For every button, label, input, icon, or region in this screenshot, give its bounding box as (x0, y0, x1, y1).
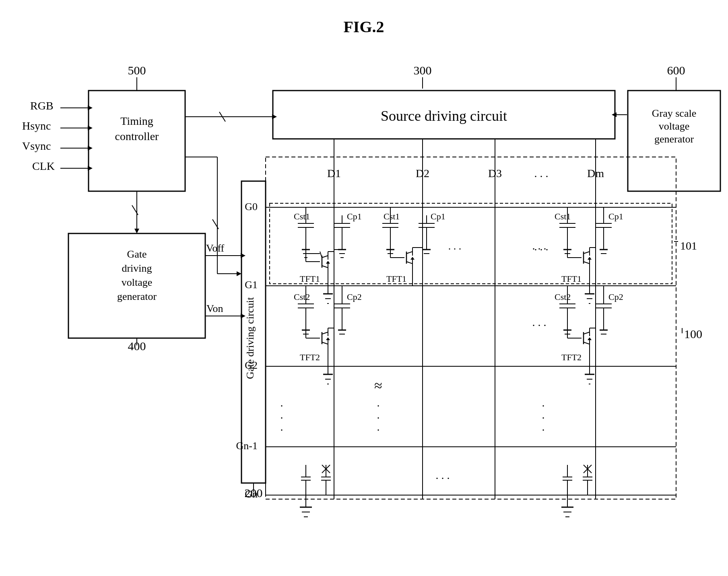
gs-label2: voltage (659, 120, 690, 132)
label-500: 500 (128, 64, 146, 77)
svg-line-49 (322, 256, 328, 258)
vsync-arrow (88, 146, 93, 151)
g0-label: G0 (245, 201, 258, 213)
right-dots1: . (542, 396, 545, 409)
cst1-d1r1: Cst1 (294, 211, 310, 221)
svg-line-55 (320, 252, 322, 258)
svg-line-87 (322, 332, 328, 334)
right-dots2: . (542, 409, 545, 421)
col-dots: . . . (534, 167, 549, 180)
cst2-d1r2: Cst2 (294, 292, 310, 302)
mid-dots2: . (377, 409, 380, 421)
voff-label: Voff (206, 242, 225, 254)
svg-line-71 (406, 262, 412, 264)
d3-label: D3 (488, 167, 502, 180)
tc-to-gdvg-arrow (134, 229, 139, 233)
cst1-d2r1: Cst1 (384, 211, 400, 221)
row-dots3: . (280, 421, 283, 433)
d3-to-dm-dots: . . . (534, 240, 549, 253)
vsync-label: Vsync (22, 140, 51, 152)
clk-arrow (88, 166, 93, 171)
gdvg-label4: generator (117, 291, 157, 302)
cp1-dmr1: Cp1 (608, 211, 623, 221)
cp1-d2r1: Cp1 (431, 211, 445, 221)
source-driving-circuit-label: Source driving circuit (381, 108, 507, 124)
tft1-arrow-dmr1 (588, 257, 592, 260)
label-100: 100 (684, 327, 702, 341)
fig-title: FIG.2 (343, 18, 384, 36)
row-dots2: . (280, 409, 283, 421)
svg-line-50 (322, 266, 328, 268)
tft1-arrow-d1r1 (326, 261, 330, 264)
hsync-label: Hsync (22, 120, 51, 132)
circuit-diagram: FIG.2 500 Timing controller RGB Hsync Vs… (0, 0, 728, 576)
mid-dots1: . (377, 396, 380, 409)
hsync-arrow (88, 126, 93, 130)
cst1-dmr1: Cst1 (555, 211, 571, 221)
von-label: Von (206, 303, 223, 314)
wavy-symbol: ≈ (374, 378, 382, 394)
gs-label1: Gray scale (652, 107, 696, 119)
tft2-dmr2: TFT2 (561, 352, 582, 362)
label-300: 300 (414, 64, 432, 77)
gs-to-sdc-arrow (612, 112, 617, 117)
tft1-dmr1: TFT1 (561, 274, 582, 284)
right-dots3: . (542, 421, 545, 433)
tft1-d1r1: TFT1 (300, 274, 320, 284)
row-dots1: . (280, 396, 283, 409)
rgb-label: RGB (30, 99, 54, 112)
gdvg-label2: driving (122, 262, 152, 274)
mid-dots3: . (377, 421, 380, 433)
label-101: 101 (680, 239, 697, 252)
cp2-dmr2: Cp2 (608, 292, 623, 302)
gdvg-label1: Gate (127, 248, 146, 260)
svg-line-122 (584, 262, 590, 264)
gn1-label: Gn-1 (236, 440, 258, 452)
g1-label: G1 (245, 279, 258, 291)
g2-label: G2 (245, 359, 258, 371)
svg-line-121 (584, 252, 590, 254)
rgb-arrow (88, 105, 93, 110)
gdvg-label3: voltage (122, 277, 153, 288)
tft2-arrow-d1r2 (326, 337, 330, 340)
clk-label: CLK (32, 160, 55, 172)
gs-label3: generator (654, 133, 694, 145)
tft2-d1r2: TFT2 (300, 352, 320, 362)
label-600: 600 (667, 64, 685, 77)
svg-line-105 (584, 342, 590, 344)
h-dots-r2: . . . (532, 316, 547, 328)
svg-line-104 (584, 332, 590, 334)
tft2-arrow-dmr2 (588, 337, 592, 340)
tft1-d2r1: TFT1 (386, 274, 406, 284)
timing-controller-label2: controller (115, 130, 159, 142)
gn-label: Gn (245, 488, 258, 500)
svg-line-88 (322, 342, 328, 344)
cp1-d1r1: Cp1 (347, 211, 362, 221)
timing-controller-label: Timing (120, 115, 153, 127)
tft1-arrow-d2r1 (410, 257, 415, 260)
tc-to-gdc-arrow (237, 271, 241, 276)
last-row-dots: . . . (436, 469, 450, 481)
svg-line-70 (406, 252, 412, 254)
panel-box-100 (266, 157, 676, 499)
d23-dots-r1: . . . (448, 240, 462, 252)
diagram-container: FIG.2 500 Timing controller RGB Hsync Vs… (0, 0, 728, 576)
cp2-d1r2: Cp2 (347, 292, 362, 302)
cst2-dmr2: Cst2 (555, 292, 571, 302)
